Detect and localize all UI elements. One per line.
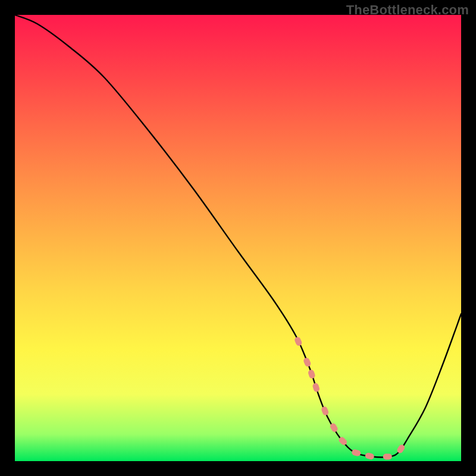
chart-frame: TheBottleneck.com [0, 0, 476, 476]
chart-plot-area [15, 15, 461, 461]
watermark-text: TheBottleneck.com [346, 2, 469, 18]
